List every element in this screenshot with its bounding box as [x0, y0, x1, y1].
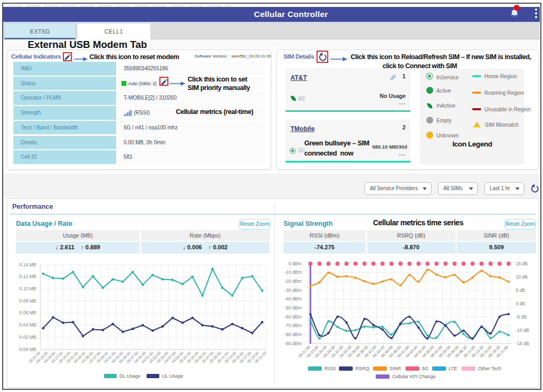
svg-text:0.14 MB: 0.14 MB [19, 262, 36, 267]
svg-text:10 dB: 10 dB [516, 274, 528, 280]
svg-text:-40 dBm: -40 dBm [285, 296, 302, 301]
svg-text:-20 dBm: -20 dBm [285, 279, 302, 284]
svg-text:0.00 MB: 0.00 MB [19, 347, 36, 352]
svg-text:-60 dBm: -60 dBm [285, 314, 302, 320]
svg-text:-10 dB: -10 dB [516, 328, 529, 333]
svg-text:-30 dBm: -30 dBm [285, 288, 302, 293]
svg-text:0 dB: 0 dB [516, 301, 525, 306]
svg-text:-90 dBm: -90 dBm [285, 341, 302, 346]
svg-text:0.06 MB: 0.06 MB [19, 310, 36, 315]
svg-text:-50 dBm: -50 dBm [285, 305, 302, 311]
svg-text:0.02 MB: 0.02 MB [19, 334, 36, 340]
svg-text:5 dB: 5 dB [516, 288, 525, 293]
svg-text:-70 dBm: -70 dBm [285, 323, 302, 328]
svg-text:0.12 MB: 0.12 MB [19, 274, 36, 279]
svg-text:-80 dBm: -80 dBm [285, 332, 302, 337]
svg-text:-15 dB: -15 dB [516, 341, 529, 346]
svg-text:15 dB: 15 dB [516, 261, 528, 266]
svg-text:-10 dBm: -10 dBm [285, 270, 302, 275]
svg-text:-5 dB: -5 dB [516, 314, 527, 320]
svg-text:0.04 MB: 0.04 MB [19, 322, 36, 328]
svg-text:0.10 MB: 0.10 MB [19, 286, 36, 291]
svg-text:0.08 MB: 0.08 MB [19, 298, 36, 304]
svg-text:0 dBm: 0 dBm [288, 261, 302, 266]
